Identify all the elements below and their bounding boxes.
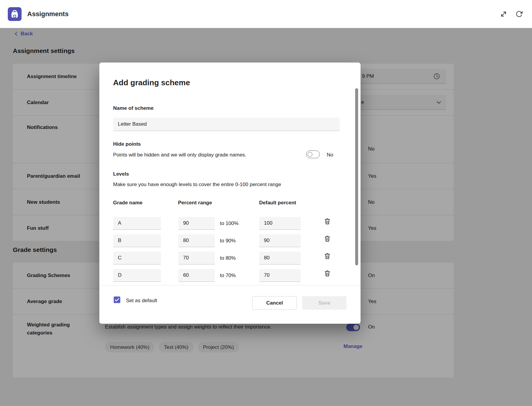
range-to-label: to 70%: [220, 269, 236, 282]
levels-label: Levels: [113, 171, 129, 177]
level-row: to 70%: [99, 269, 361, 282]
hide-points-toggle[interactable]: [306, 150, 320, 158]
delete-level-button[interactable]: [323, 217, 332, 226]
default-percent-input[interactable]: [259, 269, 301, 282]
hide-points-description: Points will be hidden and we will only d…: [113, 152, 246, 158]
hide-points-label: Hide points: [113, 141, 141, 147]
level-row: to 80%: [99, 252, 361, 264]
app-top-bar: Assignments: [0, 0, 532, 28]
cancel-button[interactable]: Cancel: [252, 296, 297, 310]
level-row: to 90%: [99, 234, 361, 247]
delete-level-button[interactable]: [323, 235, 332, 243]
footer-divider: [99, 285, 361, 285]
set-as-default-checkbox[interactable]: [114, 296, 120, 303]
column-header-default-percent: Default percent: [259, 200, 296, 206]
percent-range-input[interactable]: [178, 217, 215, 230]
default-percent-input[interactable]: [259, 252, 301, 264]
trash-icon: [323, 235, 331, 243]
delete-level-button[interactable]: [323, 252, 332, 260]
modal-scrollbar[interactable]: [355, 88, 358, 265]
delete-level-button[interactable]: [323, 269, 332, 278]
save-button[interactable]: Save: [302, 296, 346, 310]
grade-name-input[interactable]: [113, 252, 161, 264]
range-to-label: to 90%: [220, 234, 236, 247]
trash-icon: [323, 252, 331, 260]
hide-points-state-label: No: [327, 152, 333, 158]
default-percent-input[interactable]: [259, 217, 301, 230]
trash-icon: [323, 270, 331, 277]
percent-range-input[interactable]: [178, 234, 215, 247]
default-percent-input[interactable]: [259, 234, 301, 247]
scheme-name-input[interactable]: [113, 118, 340, 131]
set-as-default-label: Set as default: [126, 298, 157, 304]
dialog-title: Add grading scheme: [113, 78, 190, 87]
add-grading-scheme-dialog: Add grading scheme Name of scheme Hide p…: [99, 63, 361, 324]
trash-icon: [323, 218, 331, 225]
app-title: Assignments: [27, 10, 69, 18]
grade-name-input[interactable]: [113, 217, 161, 230]
check-icon: [114, 296, 120, 303]
percent-range-input[interactable]: [178, 269, 215, 282]
grade-name-input[interactable]: [113, 269, 161, 282]
percent-range-input[interactable]: [178, 252, 215, 264]
assignments-app-icon: [8, 7, 22, 21]
range-to-label: to 80%: [220, 252, 236, 264]
column-header-percent-range: Percent range: [178, 200, 212, 206]
range-to-label: to 100%: [220, 217, 238, 230]
grade-name-input[interactable]: [113, 234, 161, 247]
expand-app-icon[interactable]: [500, 10, 507, 18]
column-header-grade-name: Grade name: [113, 200, 142, 206]
level-row: to 100%: [99, 217, 361, 230]
refresh-icon[interactable]: [515, 10, 523, 18]
levels-description: Make sure you have enough levels to cove…: [113, 182, 281, 188]
name-of-scheme-label: Name of scheme: [113, 105, 153, 111]
